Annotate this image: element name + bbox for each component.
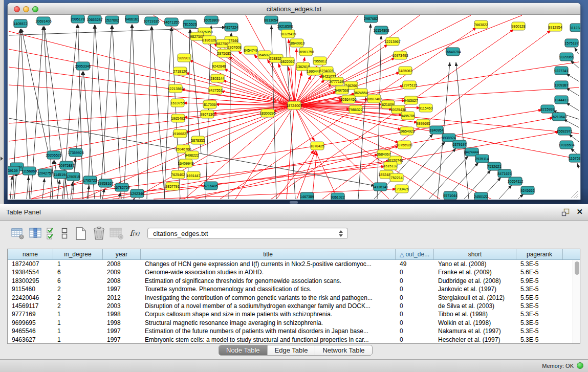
tab-node-table[interactable]: Node Table [219,345,268,355]
resize-grip-icon[interactable] [571,191,578,198]
graph-node[interactable]: 817006 [203,100,216,108]
graph-node[interactable]: 1167533 [569,154,580,162]
table-settings-icon[interactable] [10,226,26,241]
column-header-out_de[interactable]: △out_de... [396,249,434,259]
table-row[interactable]: 946362711997Embryonic stem cells: a mode… [8,336,580,344]
column-header-name[interactable]: name [8,249,53,259]
graph-node[interactable]: 20691406 [35,17,51,25]
graph-node[interactable]: 19218506 [277,22,293,30]
graph-node[interactable]: 12975115 [402,81,418,89]
graph-node[interactable]: 9498222 [185,151,199,159]
graph-node[interactable]: 1467389 [300,192,314,200]
graph-node[interactable]: 7663822 [474,20,488,29]
graph-node[interactable]: 9860128 [511,22,525,30]
graph-node[interactable]: 1575187 [564,39,578,47]
graph-node[interactable]: 10975887 [58,161,74,169]
graph-node[interactable]: 6379197 [452,140,466,148]
table-row[interactable]: 969969511998Structural magnetic resonanc… [8,319,580,327]
graph-node[interactable]: 1691447 [186,171,200,180]
graph-node[interactable]: 10973493 [392,51,408,59]
graph-node[interactable]: 1405572 [13,19,27,28]
graph-node[interactable]: 10654112 [508,177,524,185]
graph-node[interactable]: 20364456 [340,95,356,103]
graph-node[interactable]: 1527602 [105,16,119,24]
graph-node[interactable]: 10719185 [143,17,159,25]
graph-node[interactable]: 8186328 [202,36,216,44]
column-header-title[interactable]: title [141,249,396,259]
graph-node[interactable]: 1615132 [383,162,397,170]
table-row[interactable]: 946554611997Estimation of the future num… [8,327,580,335]
graph-node[interactable]: 8427552 [208,86,222,94]
graph-node[interactable]: 3684067 [377,150,390,158]
graph-node[interactable]: 16053809 [203,16,219,24]
table-row[interactable]: 1456911722003Disruption of a novel membe… [8,302,580,310]
graph-node[interactable]: 1840954 [429,126,443,134]
graph-node[interactable]: 20206526 [46,151,61,159]
network-view-window[interactable]: citations_edges.txt 14055722069140620951… [7,3,581,200]
graph-node[interactable]: 9115460 [419,104,433,112]
graph-node[interactable]: 14671355 [163,18,179,26]
graph-node[interactable]: 18724007 [286,101,302,110]
graph-node[interactable]: 1733426 [395,185,408,193]
graph-node[interactable]: 1209387 [554,81,568,89]
graph-node[interactable]: 16409948 [178,159,193,167]
column-header-in_degree[interactable]: in_degree [53,249,103,259]
graph-node[interactable]: 1990448 [307,67,320,75]
scrollbar-thumb[interactable] [575,261,579,275]
graph-node[interactable]: 9463627 [404,96,418,104]
graph-node[interactable]: 9245652 [520,186,534,194]
graph-node[interactable]: 10756928 [396,141,412,149]
table-row[interactable]: 1938455462009Genome-wide association stu… [8,268,580,276]
graph-node[interactable]: 12042757 [37,169,53,177]
graph-node[interactable]: 18300295 [259,109,275,117]
graph-node[interactable]: 9857791 [165,182,179,190]
graph-node[interactable]: 8215938 [540,105,554,113]
graph-node[interactable]: 17359928 [68,148,83,157]
control-panel-edge[interactable] [0,0,4,204]
vertical-scrollbar[interactable] [573,260,580,343]
table-row[interactable]: 1872400712008Changes of HCN gene express… [8,260,580,268]
graph-node[interactable]: 15692971 [556,127,572,135]
graph-node[interactable]: 7815526 [183,20,197,28]
graph-node[interactable]: 7955812 [313,57,326,65]
graph-node[interactable]: 2875685 [217,49,231,57]
graph-node[interactable]: 14136141 [372,183,388,191]
graph-node[interactable]: 11156869 [21,167,37,175]
graph-node[interactable]: 8471676 [497,169,511,178]
graph-node[interactable]: 989901 [178,54,191,62]
graph-node[interactable]: 752214 [390,173,403,182]
graph-node[interactable]: 5878355 [191,136,205,144]
graph-node[interactable]: 8813054 [264,16,278,24]
close-panel-icon[interactable]: ✕ [576,207,583,216]
graph-node[interactable]: 6497568 [335,86,349,94]
network-window-titlebar[interactable]: citations_edges.txt [8,3,580,15]
graph-node[interactable]: 12213967 [384,37,400,46]
graph-node[interactable]: 1610755 [170,99,184,107]
graph-node[interactable]: 12213563 [167,84,183,93]
graph-node[interactable]: 7625402 [171,170,185,179]
graph-node[interactable]: 8912954 [548,23,562,31]
graph-node[interactable]: 9899695 [416,119,430,127]
table-selector-dropdown[interactable]: citations_edges.txt [147,228,348,239]
float-panel-icon[interactable] [561,208,570,216]
column-header-year[interactable]: year [103,249,141,259]
graph-node[interactable]: 10607487 [366,95,382,103]
graph-node[interactable]: 1244413 [554,96,568,104]
graph-node[interactable]: 16210643 [551,113,567,121]
graph-node[interactable]: 7857224 [224,23,238,31]
graph-node[interactable]: 3624554 [354,89,367,97]
graph-node[interactable]: 20053346 [75,62,91,70]
graph-node[interactable]: 1145194 [54,170,68,179]
graph-node[interactable]: 2095178 [71,15,84,23]
graph-node[interactable]: 2718120 [173,67,187,75]
function-builder-icon[interactable]: f(x) [127,226,142,241]
graph-node[interactable]: 7485063 [398,67,412,75]
graph-node[interactable]: 7986322 [349,105,362,114]
graph-node[interactable]: 8454749 [244,46,257,54]
graph-node[interactable]: 6466161 [125,15,139,23]
select-mode-icon[interactable] [45,226,57,241]
delete-table-icon[interactable] [91,226,107,241]
graph-node[interactable]: 16782759 [114,183,129,191]
new-table-icon[interactable] [73,226,89,241]
graph-node[interactable]: 9242848 [212,62,226,70]
